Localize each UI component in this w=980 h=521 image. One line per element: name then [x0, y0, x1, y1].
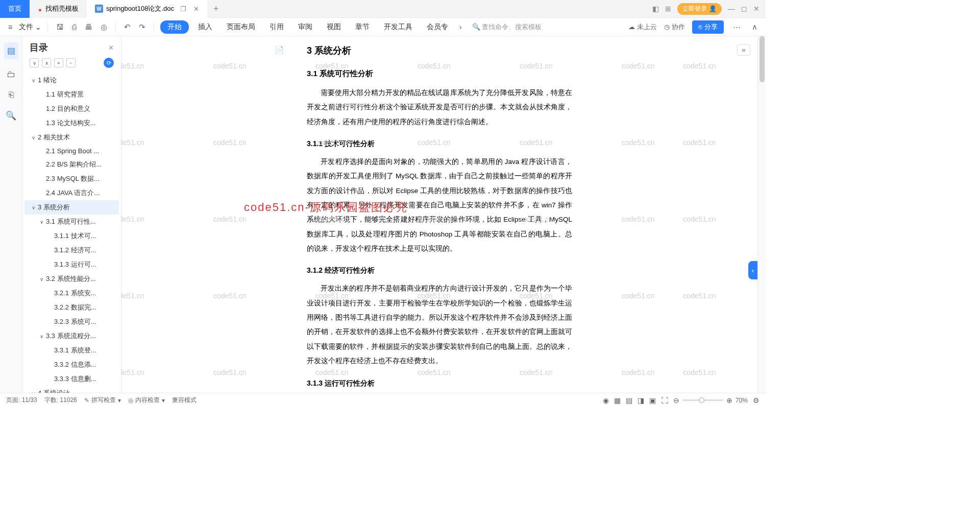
add-icon[interactable]: + [54, 58, 63, 67]
view1-icon[interactable]: ▦ [614, 396, 621, 405]
tree-item-label: 3.1.3 运行可... [54, 260, 96, 269]
minimize-icon[interactable]: — [728, 5, 735, 13]
tree-item[interactable]: 3.3.2 信息添... [24, 358, 119, 372]
ribbon-tab-member[interactable]: 会员专 [422, 20, 453, 34]
settings-icon[interactable]: ⚙ [753, 396, 760, 405]
ribbon-tab-devtools[interactable]: 开发工具 [379, 20, 418, 34]
outline-tree: ∨1 绪论1.1 研究背景1.2 目的和意义1.3 论文结构安...∨2 相关技… [22, 73, 121, 393]
tree-item[interactable]: 3.1.3 运行可... [24, 257, 119, 272]
maximize-icon[interactable]: ◻ [741, 5, 747, 13]
tree-item[interactable]: 2.2 B/S 架构介绍... [24, 157, 119, 172]
print-preview-icon[interactable]: ⎙ [70, 21, 79, 32]
layout-icon[interactable]: ◧ [652, 5, 659, 13]
tree-item[interactable]: 2.4 JAVA 语言介... [24, 186, 119, 200]
print-icon[interactable]: 🖶 [83, 21, 94, 32]
ribbon-tab-view[interactable]: 视图 [322, 20, 346, 34]
tree-item[interactable]: 3.1.2 经济可... [24, 243, 119, 257]
fullscreen-icon[interactable]: ⛶ [661, 396, 668, 405]
ribbon-more-icon[interactable]: › [457, 21, 464, 32]
tree-item[interactable]: 1.2 目的和意义 [24, 102, 119, 116]
ribbon-tab-reference[interactable]: 引用 [264, 20, 289, 34]
zoom-out-icon[interactable]: ⊖ [673, 396, 679, 405]
redo-icon[interactable]: ↷ [137, 21, 148, 33]
outline-close-icon[interactable]: ✕ [108, 44, 114, 52]
collapse-ribbon-icon[interactable]: ∧ [750, 21, 760, 33]
tree-item[interactable]: ∨3.1 系统可行性... [24, 215, 119, 229]
command-search[interactable]: 🔍 查找命令、搜索模板 [472, 22, 542, 32]
ribbon-tab-layout[interactable]: 页面布局 [222, 20, 260, 34]
tree-item[interactable]: 2.3 MySQL 数据... [24, 172, 119, 186]
eye-icon[interactable]: ◉ [603, 396, 609, 405]
content-check[interactable]: ◎ 内容检查 ▾ [128, 396, 165, 405]
ribbon-tab-insert[interactable]: 插入 [193, 20, 217, 34]
scrollbar[interactable] [757, 36, 766, 393]
tree-item-label: 3.3.3 信息删... [54, 374, 96, 384]
zoom-slider[interactable] [682, 399, 723, 401]
collab-button[interactable]: ◷ 协作 [664, 22, 685, 32]
watermark-text: code51.cn [622, 62, 655, 70]
tree-item[interactable]: 3.2.3 系统可... [24, 315, 119, 329]
folder-icon[interactable]: 🗀 [7, 69, 15, 80]
watermark-text: code51.cn [683, 138, 716, 147]
menu-icon[interactable]: ≡ [6, 21, 15, 32]
tree-item[interactable]: 2.1 Spring Boot ... [24, 145, 119, 157]
tree-item[interactable]: 1.3 论文结构安... [24, 116, 119, 130]
page-indicator[interactable]: 页面: 11/33 [6, 396, 37, 405]
tree-item[interactable]: ∨1 绪论 [24, 73, 119, 87]
close-icon[interactable]: ✕ [193, 5, 199, 13]
chevron-icon: ∨ [40, 334, 46, 339]
collapse-doc-icon[interactable]: ≡ [737, 44, 750, 56]
tree-item[interactable]: 3.1.1 技术可... [24, 229, 119, 243]
scrollbar-thumb[interactable] [760, 36, 765, 82]
zoom-value[interactable]: 70% [736, 397, 748, 404]
login-button[interactable]: 立即登录👤 [677, 3, 722, 15]
tree-item[interactable]: ∨3.3 系统流程分... [24, 329, 119, 343]
expand-icon[interactable]: ∨ [30, 58, 39, 67]
file-menu[interactable]: 文件⌄ [19, 22, 41, 32]
view3-icon[interactable]: ◨ [638, 396, 644, 405]
apps-icon[interactable]: ⊞ [665, 5, 671, 13]
collapse-icon[interactable]: ∧ [42, 58, 51, 67]
tree-item[interactable]: 3.2.2 数据完... [24, 300, 119, 315]
share-button[interactable]: ⎋ 分享 [692, 20, 724, 34]
tree-item[interactable]: ∨3 系统分析 [24, 200, 119, 215]
tree-item[interactable]: ∨2 相关技术 [24, 130, 119, 145]
bookmark-icon[interactable]: ⎗ [9, 90, 14, 100]
sync-icon[interactable]: ⟳ [104, 58, 114, 68]
heading-3: 3.1.3 运行可行性分析 [307, 379, 572, 388]
ribbon-tab-review[interactable]: 审阅 [293, 20, 317, 34]
tab-home[interactable]: 首页 [0, 0, 30, 18]
compat-mode[interactable]: 兼容模式 [172, 396, 197, 405]
user-icon: 👤 [709, 5, 717, 12]
view4-icon[interactable]: ▣ [649, 396, 656, 405]
tree-item[interactable]: 3.3.1 系统登... [24, 343, 119, 358]
tree-item-label: 3.2.1 系统安... [54, 289, 96, 298]
ribbon: ≡ 文件⌄ 🖫 ⎙ 🖶 ◎ ↶ ↷ 开始 插入 页面布局 引用 审阅 视图 章节… [0, 18, 766, 36]
preview-icon[interactable]: ◎ [99, 21, 109, 33]
window-close-icon[interactable]: ✕ [753, 5, 760, 13]
tree-item[interactable]: ∨4 系统设计 [24, 386, 119, 393]
ribbon-tab-chapter[interactable]: 章节 [350, 20, 375, 34]
tab-template[interactable]: ⬥找稻壳模板 [30, 0, 87, 18]
more-icon[interactable]: ⋯ [731, 21, 743, 33]
zoom-in-icon[interactable]: ⊕ [726, 396, 732, 405]
cloud-status[interactable]: ☁ 未上云 [628, 22, 657, 32]
undo-icon[interactable]: ↶ [122, 21, 133, 33]
spell-check[interactable]: ✎ 拼写检查 ▾ [84, 396, 121, 405]
save-icon[interactable]: 🖫 [54, 21, 66, 32]
tree-item[interactable]: 3.3.3 信息删... [24, 372, 119, 386]
ribbon-tab-start[interactable]: 开始 [160, 20, 189, 34]
view2-icon[interactable]: ▤ [626, 396, 632, 405]
right-expand-icon[interactable]: ‹ [748, 261, 757, 279]
tree-item[interactable]: ∨3.2 系统性能分... [24, 272, 119, 286]
outline-icon[interactable]: ▤ [4, 42, 18, 59]
tree-item[interactable]: 1.1 研究背景 [24, 87, 119, 102]
word-count[interactable]: 字数: 11026 [44, 396, 77, 405]
remove-icon[interactable]: − [66, 58, 76, 67]
tab-add-button[interactable]: + [207, 4, 225, 14]
tab-document[interactable]: W springboot108论文.doc ❐ ✕ [87, 0, 207, 18]
tree-item-label: 1.1 研究背景 [46, 90, 84, 99]
watermark-text: code51.cn [213, 368, 247, 376]
tree-item[interactable]: 3.2.1 系统安... [24, 286, 119, 300]
search-rail-icon[interactable]: 🔍 [6, 110, 16, 121]
